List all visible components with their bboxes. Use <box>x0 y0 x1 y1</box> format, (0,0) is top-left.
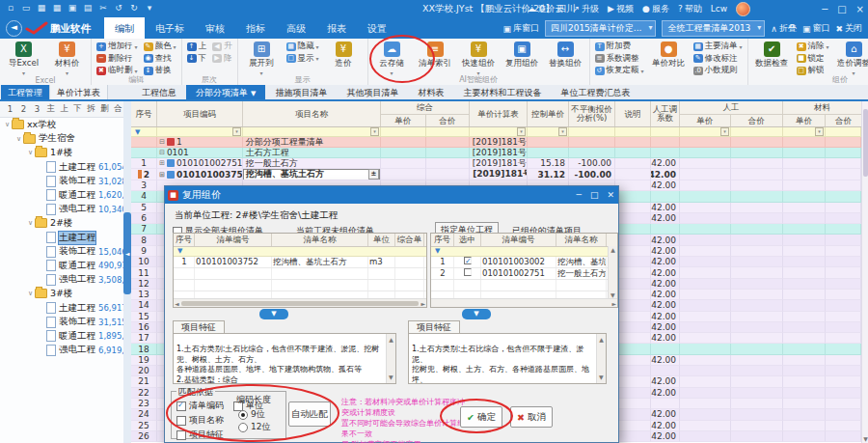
grid-cell[interactable] <box>615 246 651 257</box>
select-cell[interactable] <box>454 257 481 267</box>
ribbon-button-replace-price[interactable]: ↔替换组价 <box>545 41 586 69</box>
grid-cell[interactable] <box>731 333 783 344</box>
calc-table-cell[interactable]: [2019]181号 <box>470 169 528 180</box>
dialog-close-icon[interactable]: ✕ <box>607 190 614 200</box>
grid-cell[interactable] <box>731 376 783 387</box>
grid-cell[interactable] <box>783 366 826 376</box>
cell[interactable]: 1 <box>431 257 454 267</box>
tree-item-1#楼[interactable]: ∨1#楼 <box>0 146 123 160</box>
grid-cell[interactable]: 42.00 <box>651 235 680 245</box>
calc-table-cell[interactable]: [2019]181号 <box>470 137 528 148</box>
right-col-0[interactable]: 序号 <box>431 234 454 246</box>
grid-cell[interactable] <box>731 399 783 409</box>
ribbon-button-quick-price[interactable]: ¥快速组价▾ <box>458 41 500 76</box>
filter-cell[interactable]: ▾ <box>470 127 528 137</box>
grid-cell[interactable] <box>680 431 731 442</box>
control-price-cell[interactable] <box>528 137 569 148</box>
labor-coef-cell[interactable]: 42.00 <box>651 169 680 180</box>
col-labor-unit[interactable]: 单价 <box>680 115 731 126</box>
grid-cell[interactable] <box>615 257 651 267</box>
grid-cell[interactable]: 42.00 <box>651 322 680 333</box>
right-col-1[interactable]: 选中 <box>454 234 481 246</box>
item-name-cell[interactable]: 挖沟槽、基坑土石方± <box>243 169 381 180</box>
grid-cell[interactable] <box>680 312 731 322</box>
close-icon[interactable]: × <box>856 4 864 14</box>
grid-cell[interactable] <box>731 235 783 245</box>
composite-total-price-cell[interactable] <box>426 148 470 158</box>
left-col-1[interactable]: 清单编号 <box>195 234 272 246</box>
grid-cell[interactable] <box>731 421 783 431</box>
grid-cell[interactable] <box>783 203 826 213</box>
grid-cell[interactable] <box>615 203 651 213</box>
maximize-icon[interactable]: □ <box>837 4 846 14</box>
grid-cell[interactable] <box>680 300 731 311</box>
ribbon-button-data-check[interactable]: ✔数据检查 <box>751 41 793 69</box>
ribbon-button-expand-to[interactable]: ⊞展开到▾ <box>241 41 283 76</box>
grid-cell[interactable] <box>680 333 731 344</box>
tree-item-学生宿舍[interactable]: ∨学生宿舍 <box>0 132 123 147</box>
note-cell[interactable] <box>615 158 651 169</box>
grid-cell[interactable] <box>680 322 731 333</box>
grid-cell[interactable]: 42.00 <box>651 246 680 257</box>
panel-tab-单价计算表[interactable]: 单价计算表 <box>50 85 108 99</box>
row-number-cell[interactable]: 21 <box>131 376 157 387</box>
grid-cell[interactable] <box>731 431 783 442</box>
ribbon-tab-指标[interactable]: 指标 <box>235 17 276 39</box>
row-number-cell[interactable]: 14 <box>131 300 157 311</box>
col-material-unit[interactable]: 单价 <box>783 115 826 126</box>
move-down-right-button[interactable]: ▼ <box>462 309 491 319</box>
row-number-cell[interactable]: 4 <box>131 191 157 202</box>
filter-cell[interactable]: ▾ <box>243 127 381 137</box>
grid-cell[interactable] <box>826 344 861 354</box>
radio-12-digit[interactable]: 12位 <box>238 421 270 433</box>
close-document-button[interactable]: ✖关闭 <box>835 22 862 35</box>
grid-cell[interactable] <box>680 376 731 387</box>
row-number-cell[interactable]: 25 <box>131 421 157 431</box>
ribbon-button-list-index[interactable]: ≡清单索引 <box>415 41 456 69</box>
grid-cell[interactable] <box>615 431 651 442</box>
ribbon-tab-设置[interactable]: 设置 <box>357 17 397 39</box>
ribbon-button-lock[interactable]: ■锁定 <box>795 53 831 66</box>
composite-unit-price-cell[interactable] <box>381 169 426 180</box>
scroll-up-icon[interactable]: ▲ <box>609 246 617 253</box>
labor-unit-price-cell[interactable] <box>680 137 731 148</box>
item-name-checkbox[interactable]: 项目名称 <box>176 414 224 427</box>
grid-cell[interactable] <box>783 421 826 431</box>
tree-item-3#楼[interactable]: ∨3#楼 <box>0 287 123 301</box>
grid-cell[interactable] <box>731 300 783 311</box>
ribbon-button-promote[interactable]: ◀升 <box>210 41 234 53</box>
grid-cell[interactable] <box>826 203 861 213</box>
grid-cell[interactable] <box>680 246 731 257</box>
tree-toolbar-button-删[interactable]: 删 <box>98 103 111 115</box>
grid-cell[interactable] <box>826 399 861 409</box>
grid-cell[interactable] <box>731 267 783 278</box>
filter-cell[interactable] <box>381 127 426 137</box>
labor-coef-cell[interactable]: 42.00 <box>651 158 680 169</box>
scroll-down-icon[interactable]: ▼ <box>610 291 615 298</box>
calc-table-cell[interactable]: [2019]181号 <box>470 148 528 158</box>
col-material-total[interactable]: 合价 <box>826 115 861 126</box>
radio-9-digit[interactable]: 9位 <box>238 408 265 421</box>
col-control-price[interactable]: 控制单价 <box>528 101 569 126</box>
grid-cell[interactable] <box>826 246 861 257</box>
ribbon-button-delete-row[interactable]: −删除行 <box>95 53 140 66</box>
grid-cell[interactable] <box>680 235 731 245</box>
tree-item-装饰工程[interactable]: 装饰工程31,028,72... <box>0 174 123 188</box>
select-cell[interactable] <box>454 268 481 279</box>
grid-cell[interactable] <box>680 344 731 354</box>
save-as-icon[interactable]: ▦ <box>51 2 63 14</box>
ribbon-button-surcharge[interactable]: T附加费 <box>593 41 646 53</box>
filter-cell[interactable] <box>651 127 680 137</box>
grid-cell[interactable] <box>731 224 783 235</box>
right-table-vscrollbar[interactable]: ▲▼ <box>608 246 617 298</box>
cell[interactable]: 挖一般土石方 <box>556 268 607 279</box>
scroll-down-icon[interactable]: ▼ <box>862 435 868 442</box>
grid-cell[interactable] <box>731 409 783 420</box>
grid-cell[interactable] <box>731 312 783 322</box>
move-down-left-button[interactable]: ▼ <box>259 309 288 319</box>
row-number-cell[interactable]: 8 <box>131 235 157 245</box>
cell[interactable]: 挖沟槽、基坑土石方 <box>272 257 368 267</box>
titlebar-video[interactable]: ▶视频 <box>608 3 634 15</box>
grid-cell[interactable] <box>826 366 861 376</box>
undo-icon[interactable]: ↺ <box>113 2 124 14</box>
